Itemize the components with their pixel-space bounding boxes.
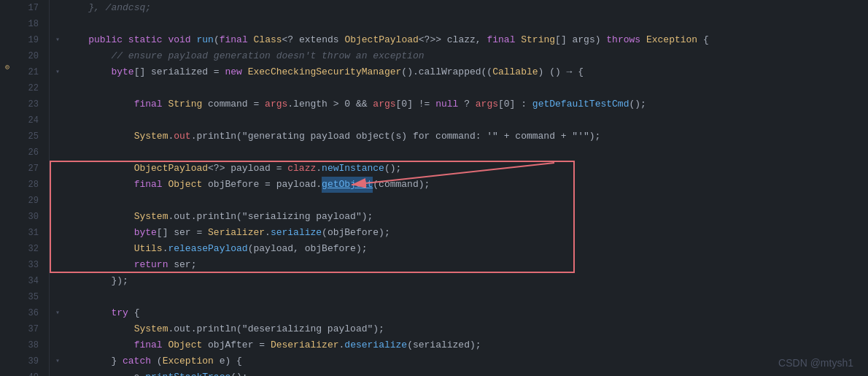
code-token: ) () → {	[538, 64, 584, 80]
code-token	[163, 337, 168, 353]
code-token: args	[476, 96, 498, 112]
code-token: <? extends	[282, 32, 345, 48]
code-token: [] args)	[555, 32, 606, 48]
watermark: CSDN @mtysh1	[778, 357, 853, 369]
code-token: Exception	[646, 32, 697, 48]
code-token	[66, 128, 134, 145]
code-line: ▾ } catch (Exception e) {	[55, 353, 868, 369]
code-token: }	[66, 353, 123, 369]
fold-icon[interactable]: ▾	[55, 64, 64, 80]
code-token: [] ser =	[157, 225, 208, 241]
code-token: e.	[66, 369, 145, 376]
code-line: ▾ try {	[55, 305, 868, 321]
code-line: final String command = args.length > 0 &…	[55, 96, 868, 112]
code-token: Deserializer	[271, 337, 339, 353]
line-number: 35	[20, 289, 43, 305]
code-token: ();	[384, 161, 401, 177]
code-line: byte[] ser = Serializer.serialize(objBef…	[55, 225, 868, 241]
line-number: 31	[20, 225, 43, 241]
code-token	[66, 64, 111, 80]
code-line: final Object objBefore = payload.getObje…	[55, 177, 868, 193]
indicator-cell	[0, 286, 15, 302]
line-number: 19	[20, 32, 43, 48]
code-line	[55, 193, 868, 209]
code-token: String	[168, 96, 202, 112]
indicator-cell	[0, 271, 15, 286]
code-token: ();	[629, 96, 646, 112]
code-token: .length > 0 &&	[287, 96, 373, 112]
code-token: <?>> clazz,	[419, 32, 487, 48]
indicator-cell	[0, 76, 15, 91]
code-token: (	[151, 353, 163, 369]
code-token	[66, 337, 134, 353]
code-line: e.printStackTrace();	[55, 369, 868, 376]
code-token: // ensure payload generation doesn't thr…	[66, 48, 424, 64]
code-token: (command);	[373, 177, 430, 193]
code-token: printStackTrace	[145, 369, 230, 376]
fold-icon[interactable]: ▾	[55, 305, 64, 321]
code-token: Utils	[134, 241, 163, 257]
indicator-cell	[0, 346, 15, 361]
indicator-cell	[0, 241, 15, 256]
code-token: ().callWrapped((	[401, 64, 492, 80]
code-token: .	[163, 241, 168, 257]
code-token	[66, 305, 111, 321]
indicator-cell	[0, 331, 15, 346]
code-token: .	[168, 128, 174, 145]
indicator-cell	[0, 136, 15, 151]
code-token: ();	[230, 369, 247, 376]
indicator-cell	[0, 106, 15, 121]
line-number: 17	[20, 0, 43, 16]
code-token	[66, 225, 134, 241]
code-token: }, /	[66, 0, 111, 16]
code-token: (objBefore);	[322, 225, 390, 241]
code-token: new	[225, 64, 241, 80]
code-token: run	[197, 32, 214, 48]
code-token: Callable	[492, 64, 538, 80]
code-token: catch	[123, 353, 151, 369]
code-token: out	[174, 128, 190, 145]
code-line: });	[55, 273, 868, 289]
code-token: (serialized);	[407, 337, 481, 353]
line-number: 40	[20, 369, 43, 376]
code-token	[163, 96, 168, 112]
code-token	[640, 32, 646, 48]
code-token: andcsq;	[111, 0, 151, 16]
indicator-cell	[0, 151, 15, 166]
indicator-cell	[0, 0, 15, 15]
code-token: static	[128, 32, 163, 48]
code-token: (	[214, 32, 220, 48]
code-line	[55, 145, 868, 161]
code-token	[66, 96, 134, 112]
code-token	[163, 177, 168, 193]
code-token: ObjectPayload	[344, 32, 418, 48]
code-token: [0] !=	[396, 96, 436, 112]
code-token: System	[134, 321, 168, 337]
code-token: getObject	[322, 177, 373, 193]
fold-icon[interactable]: ▾	[55, 353, 64, 369]
line-number: 34	[20, 273, 43, 289]
indicator-cell	[0, 361, 15, 376]
line-number: 38	[20, 337, 43, 353]
code-token: .	[316, 161, 322, 177]
code-token: void	[168, 32, 190, 48]
code-line: ObjectPayload<?> payload = clazz.newInst…	[55, 161, 868, 177]
code-token: .out.println("deserializing payload");	[168, 321, 384, 337]
indicator-cell	[0, 15, 15, 31]
line-number: 33	[20, 257, 43, 273]
line-number: 21	[20, 64, 43, 80]
code-line: System.out.println("deserializing payloa…	[55, 321, 868, 337]
code-token	[515, 32, 521, 48]
code-token: newInstance	[322, 161, 384, 177]
code-line	[55, 80, 868, 96]
code-editor: ⊙ 17181920212223242526272829303132333435…	[0, 0, 868, 376]
fold-icon[interactable]: ▾	[55, 32, 64, 48]
line-number: 25	[20, 128, 43, 145]
code-line: }, /andcsq;	[55, 0, 868, 16]
indicator-cell	[0, 256, 15, 272]
code-token: .	[339, 337, 345, 353]
code-line	[55, 112, 868, 128]
line-number: 26	[20, 145, 43, 161]
code-token: null	[435, 96, 458, 112]
code-token: System	[134, 128, 168, 145]
